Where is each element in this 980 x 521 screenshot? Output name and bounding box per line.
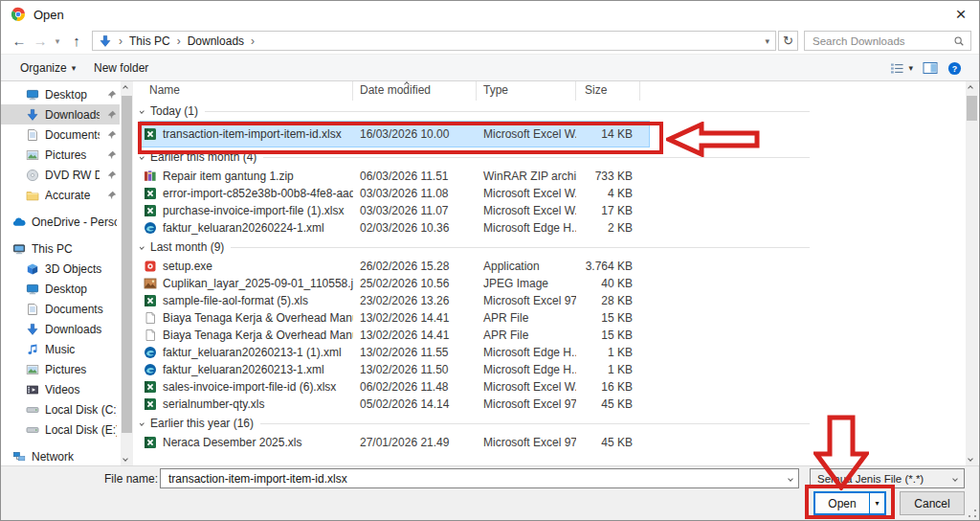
file-row-biaya-tenaga-kerja-overhead-manufak[interactable]: Biaya Tenaga Kerja & Overhead Manufak...… [140,309,639,327]
file-size-cell: 14 KB [576,127,635,141]
cancel-button[interactable]: Cancel [900,491,965,515]
group-header-last-month-9[interactable]: Last month (9) [140,237,810,258]
file-name-text: Neraca Desember 2025.xls [163,436,301,449]
file-size-cell: 17 KB [576,204,635,217]
group-header-today-1[interactable]: Today (1) [140,101,810,122]
sidebar-item-onedrive-persor[interactable]: OneDrive - Persor [1,212,120,232]
close-button[interactable]: × [949,3,972,26]
file-row-faktur-keluaran20260224-1-xml[interactable]: faktur_keluaran20260224-1.xml02/03/2026 … [140,219,639,237]
sidebar-item-pictures[interactable]: Pictures [1,145,120,165]
file-size-cell: 15 KB [576,311,635,325]
help-icon[interactable]: ? [947,61,962,76]
up-button[interactable]: ↑ [66,31,87,51]
sidebar-item-downloads[interactable]: Downloads [1,104,120,125]
refresh-button[interactable]: ↻ [778,31,798,51]
sidebar-spacer [1,232,135,238]
sidebar-item-local-disk-c[interactable]: Local Disk (C:) [1,399,120,419]
file-row-faktur-keluaran20260213-1-1-xml[interactable]: faktur_keluaran20260213-1 (1).xml13/02/2… [140,344,639,361]
file-size-cell: 733 KB [576,170,635,183]
scroll-up-icon[interactable] [968,85,973,91]
file-name-cell: serialnumber-qty.xls [140,397,353,411]
file-row-setup-exe[interactable]: setup.exe26/02/2026 15.28Application3.76… [140,258,639,275]
back-button[interactable]: ← [9,31,30,51]
sidebar-item-local-disk-e[interactable]: Local Disk (E:) [1,419,120,440]
sidebar-item-downloads[interactable]: Downloads [1,319,120,339]
edge-icon [144,363,157,376]
breadcrumb-separator: › [251,34,255,48]
group-header-earlier-this-month-4[interactable]: Earlier this month (4) [140,147,810,168]
file-date-cell: 16/03/2026 10.00 [353,127,477,141]
sidebar-scrollbar-thumb[interactable] [122,96,132,433]
scroll-up-icon[interactable] [122,85,128,91]
column-header-type[interactable]: Type [477,81,576,101]
sidebar-item-documents[interactable]: Documents [1,299,120,319]
breadcrumb-this-pc[interactable]: This PC [129,34,170,48]
new-folder-button[interactable]: New folder [88,55,154,81]
address-dropdown-icon[interactable]: ▾ [765,36,769,46]
column-header-date-modified[interactable]: Date modified [353,81,477,101]
sidebar-item-dvd-rw-driv[interactable]: DVD RW Driv [1,165,120,185]
forward-button[interactable]: → [30,31,51,51]
search-input[interactable] [811,34,953,48]
file-row-transaction-item-import-item-id-xlsx[interactable]: transaction-item-import-item-id.xlsx16/0… [140,122,649,147]
sidebar-item-pictures[interactable]: Pictures [1,359,120,379]
organize-button[interactable]: Organize ▾ [14,55,81,81]
column-header-size[interactable]: Size [576,81,640,101]
search-icon[interactable] [953,35,965,47]
sidebar-item-this-pc[interactable]: This PC [1,238,120,259]
excel-icon [144,436,157,449]
cube-icon [26,262,39,276]
file-name-input[interactable] [167,471,789,487]
open-split-caret-icon[interactable]: ▾ [869,493,884,513]
sidebar-item-music[interactable]: Music [1,339,120,359]
pin-icon [107,90,117,100]
list-scrollbar-thumb[interactable] [967,96,977,121]
file-row-purchase-invoice-import-file-1-xlsx[interactable]: purchase-invoice-import-file (1).xlsx03/… [140,202,639,219]
file-row-cuplikan-layar-2025-09-01-110558-jpg[interactable]: Cuplikan_layar_2025-09-01_110558.jpg25/0… [140,275,639,292]
list-scrollbar[interactable] [966,81,978,465]
address-bar[interactable]: › This PC › Downloads › ▾ [92,31,776,51]
file-row-biaya-tenaga-kerja-overhead-manufak[interactable]: Biaya Tenaga Kerja & Overhead Manufak...… [140,327,639,344]
sidebar-item-3d-objects[interactable]: 3D Objects [1,259,120,279]
breadcrumb-downloads[interactable]: Downloads [188,34,244,48]
file-type-cell: Microsoft Excel 97... [477,294,576,307]
view-options-button[interactable]: ▾ [890,62,913,75]
scroll-down-icon[interactable] [122,456,128,462]
titlebar: Open × [1,1,979,28]
sidebar-item-desktop[interactable]: Desktop [1,279,120,299]
sidebar-item-documents[interactable]: Documents [1,125,120,145]
dialog-footer: File name: Semua Jenis File (*.*) Open ▾… [1,465,979,520]
sidebar-item-desktop[interactable]: Desktop [1,84,120,104]
file-type-select[interactable]: Semua Jenis File (*.*) [810,468,965,488]
sidebar-item-accurate[interactable]: Accurate [1,185,120,205]
open-button[interactable]: Open ▾ [813,491,886,515]
history-dropdown-icon[interactable]: ▾ [51,31,64,51]
file-row-faktur-keluaran20260213-1-xml[interactable]: faktur_keluaran20260213-1.xml13/02/2026 … [140,361,639,378]
sidebar-item-label: Desktop [45,88,100,102]
group-label: Today (1) [150,104,198,118]
file-row-error-import-c852e38b-00b8-4fe8-aadd[interactable]: error-import-c852e38b-00b8-4fe8-aadd-...… [140,185,639,202]
scroll-down-icon[interactable] [968,456,973,462]
file-name-cell: error-import-c852e38b-00b8-4fe8-aadd-... [140,187,353,200]
new-folder-label: New folder [94,61,148,75]
sidebar-scrollbar[interactable] [121,81,133,465]
file-name-cell: setup.exe [140,260,353,273]
group-header-earlier-this-year-16[interactable]: Earlier this year (16) [140,413,810,434]
resize-grip[interactable] [968,509,977,518]
edge-icon [144,346,157,359]
file-row-sales-invoice-import-file-id-6-xlsx[interactable]: sales-invoice-import-file-id (6).xlsx06/… [140,378,639,396]
sidebar-item-videos[interactable]: Videos [1,379,120,399]
file-row-neraca-desember-2025-xls[interactable]: Neraca Desember 2025.xls27/01/2026 21.49… [140,434,639,451]
file-row-serialnumber-qty-xls[interactable]: serialnumber-qty.xls05/02/2026 14.14Micr… [140,396,639,413]
column-header-name[interactable]: Name [140,81,353,101]
file-row-repair-item-gantung-1-zip[interactable]: Repair item gantung 1.zip06/03/2026 11.5… [140,168,639,185]
sidebar-item-label: DVD RW Driv [45,169,100,182]
file-date-cell: 06/03/2026 11.51 [353,170,477,183]
sidebar: DesktopDownloadsDocumentsPicturesDVD RW … [1,81,135,465]
file-name-dropdown-icon[interactable] [788,476,793,482]
sidebar-item-network[interactable]: Network [1,446,120,465]
file-row-sample-file-aol-format-5-xls[interactable]: sample-file-aol-format (5).xls23/02/2026… [140,292,639,309]
excel-icon [144,187,157,200]
sidebar-item-label: This PC [32,242,117,256]
preview-pane-icon[interactable] [923,61,938,75]
